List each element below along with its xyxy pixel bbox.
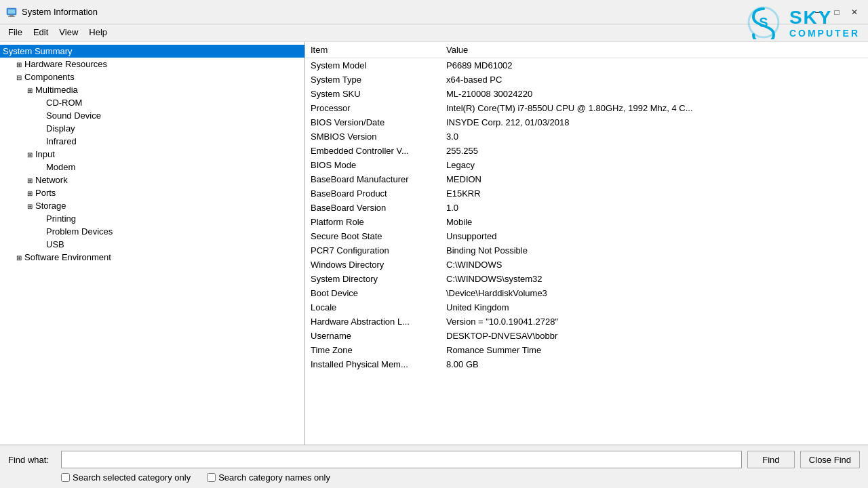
table-row: Windows DirectoryC:\WINDOWS [305,258,868,272]
sidebar-item-ports[interactable]: ⊞Ports [0,186,304,199]
tree-expand-icon[interactable]: ⊞ [24,203,35,210]
table-row: PCR7 ConfigurationBinding Not Possible [305,243,868,258]
find-label: Find what: [8,455,56,465]
sidebar-item-label: USB [46,239,64,249]
table-cell-value: DESKTOP-DNVESAV\bobbr [441,329,868,343]
table-row: Embedded Controller V...255.255 [305,144,868,158]
column-item-header: Item [305,42,441,58]
table-cell-item: Windows Directory [305,258,441,272]
sidebar-item-storage[interactable]: ⊞Storage [0,199,304,212]
table-row: Hardware Abstraction L...Version = "10.0… [305,314,868,329]
find-input[interactable] [61,451,742,468]
table-cell-item: Processor [305,101,441,115]
table-cell-value: United Kingdom [441,300,868,314]
table-row: BIOS ModeLegacy [305,158,868,172]
table-row: BaseBoard ManufacturerMEDION [305,172,868,186]
table-row: System ModelP6689 MD61002 [305,58,868,73]
sidebar-item-network[interactable]: ⊞Network [0,174,304,186]
sidebar-item-modem[interactable]: Modem [0,161,304,174]
table-cell-value: C:\WINDOWS [441,258,868,272]
checkbox-row: Search selected category only Search cat… [8,472,860,483]
table-cell-item: System Model [305,58,441,73]
title-bar: System Information — □ ✕ [0,0,868,24]
menu-edit[interactable]: Edit [28,26,54,40]
column-value-header: Value [441,42,868,58]
sidebar-item-display[interactable]: Display [0,122,304,135]
table-cell-item: System SKU [305,87,441,101]
table-cell-value: 1.0 [441,201,868,215]
sidebar-item-label: Input [35,149,55,159]
svg-rect-2 [9,15,14,16]
table-cell-item: Platform Role [305,215,441,229]
tree-expand-icon[interactable]: ⊞ [24,177,35,184]
sidebar-item-label: Problem Devices [46,226,113,237]
table-row: Secure Boot StateUnsupported [305,229,868,243]
sidebar-item-label: Ports [35,188,56,198]
tree-expand-icon[interactable]: ⊞ [14,61,24,68]
title-bar-text: System Information [22,7,98,17]
sidebar-item-infrared[interactable]: Infrared [0,135,304,148]
table-cell-item: Hardware Abstraction L... [305,314,441,329]
table-cell-item: BIOS Version/Date [305,115,441,129]
svg-rect-1 [8,9,15,14]
table-cell-value: 3.0 [441,129,868,144]
find-row: Find what: Find Close Find [8,451,860,468]
table-cell-item: BaseBoard Manufacturer [305,172,441,186]
system-summary-label: System Summary [3,46,73,56]
sidebar-item-components[interactable]: ⊟Components [0,70,304,83]
sidebar-item-hardware-resources[interactable]: ⊞Hardware Resources [0,58,304,70]
table-cell-item: Boot Device [305,286,441,300]
table-row: System Typex64-based PC [305,73,868,87]
close-find-button[interactable]: Close Find [800,451,860,468]
menu-help[interactable]: Help [83,26,113,40]
checkbox-selected-category[interactable]: Search selected category only [61,472,191,483]
table-row: BaseBoard ProductE15KRR [305,186,868,201]
checkbox-selected-category-input[interactable] [61,473,70,482]
menu-file[interactable]: File [3,26,28,40]
sidebar-item-cd-rom[interactable]: CD-ROM [0,96,304,109]
sidebar-item-label: Components [24,72,75,82]
table-cell-value: Romance Summer Time [441,343,868,357]
checkbox-category-names-label: Search category names only [218,472,330,483]
tree-expand-icon[interactable]: ⊞ [24,87,35,94]
table-cell-value: Version = "10.0.19041.2728" [441,314,868,329]
data-table: Item Value System ModelP6689 MD61002Syst… [305,42,868,371]
main-content: System Summary ⊞Hardware Resources⊟Compo… [0,42,868,445]
checkbox-category-names-input[interactable] [207,473,216,482]
table-cell-value: Mobile [441,215,868,229]
sidebar-item-printing[interactable]: Printing [0,212,304,225]
sidebar-item-label: Sound Device [46,110,101,121]
tree-expand-icon[interactable]: ⊟ [14,74,24,81]
sidebar-item-software-environment[interactable]: ⊞Software Environment [0,251,304,264]
table-cell-value: MEDION [441,172,868,186]
tree-expand-icon[interactable]: ⊞ [24,151,35,159]
sidebar-item-label: Infrared [46,136,77,146]
sidebar-item-problem-devices[interactable]: Problem Devices [0,225,304,238]
table-row: Time ZoneRomance Summer Time [305,343,868,357]
menu-bar: File Edit View Help [0,24,868,42]
sidebar-item-system-summary[interactable]: System Summary [0,45,304,58]
table-cell-value: Legacy [441,158,868,172]
tree-expand-icon[interactable]: ⊞ [14,254,24,262]
table-cell-item: Installed Physical Mem... [305,357,441,371]
table-cell-item: SMBIOS Version [305,129,441,144]
sidebar-item-label: CD-ROM [46,98,82,108]
table-cell-value: 255.255 [441,144,868,158]
sidebar-item-sound-device[interactable]: Sound Device [0,109,304,122]
checkbox-category-names[interactable]: Search category names only [207,472,330,483]
table-cell-value: C:\WINDOWS\system32 [441,272,868,286]
table-cell-item: BaseBoard Product [305,186,441,201]
table-cell-value: \Device\HarddiskVolume3 [441,286,868,300]
table-cell-value: 8.00 GB [441,357,868,371]
tree-expand-icon[interactable]: ⊞ [24,190,35,197]
sidebar-item-input[interactable]: ⊞Input [0,148,304,161]
menu-view[interactable]: View [54,26,83,40]
checkbox-selected-category-label: Search selected category only [73,472,191,483]
sidebar-item-label: Printing [46,214,76,224]
sidebar-item-usb[interactable]: USB [0,238,304,251]
table-cell-item: BaseBoard Version [305,201,441,215]
find-button[interactable]: Find [747,451,795,468]
sidebar-item-multimedia[interactable]: ⊞Multimedia [0,83,304,96]
table-row: Platform RoleMobile [305,215,868,229]
sidebar-item-label: Display [46,123,75,134]
